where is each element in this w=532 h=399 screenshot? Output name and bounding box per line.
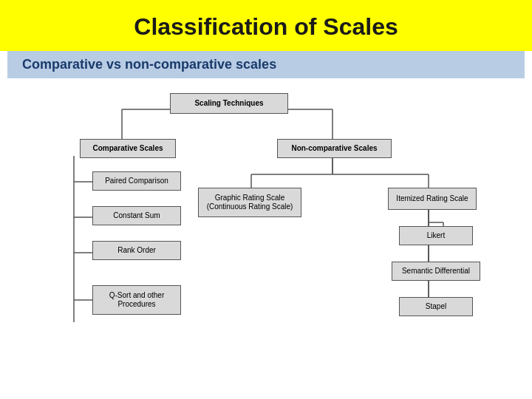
node-rankorder: Rank Order [92,241,181,260]
node-graphic: Graphic Rating Scale (Continuous Rating … [198,188,301,217]
page-title: Classification of Scales [134,13,398,40]
node-comparative: Comparative Scales [80,139,176,158]
diagram-area: Scaling Techniques Comparative Scales No… [0,78,532,359]
node-root: Scaling Techniques [170,93,288,114]
node-itemized: Itemized Rating Scale [388,188,477,210]
node-qsort: Q-Sort and other Procedures [92,285,181,315]
node-paired: Paired Comparison [92,171,181,191]
subtitle-bar: Comparative vs non-comparative scales [7,51,525,78]
node-noncomparative: Non-comparative Scales [277,139,392,158]
node-stapel: Stapel [399,297,473,316]
node-constantsum: Constant Sum [92,206,181,225]
node-semantic: Semantic Differential [392,262,480,281]
header: Classification of Scales [0,0,532,51]
node-likert: Likert [399,226,473,245]
